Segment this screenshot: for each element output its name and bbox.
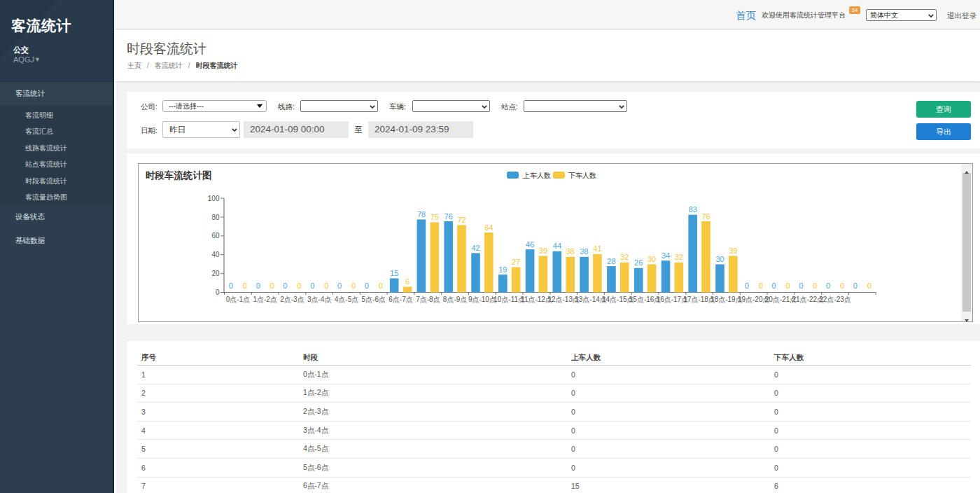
svg-text:41: 41 xyxy=(593,244,601,253)
svg-text:27: 27 xyxy=(512,258,520,266)
svg-text:75: 75 xyxy=(430,213,439,221)
svg-text:60: 60 xyxy=(211,232,220,239)
svg-text:72: 72 xyxy=(457,216,465,224)
svg-text:0: 0 xyxy=(745,282,749,290)
svg-text:0: 0 xyxy=(365,282,369,290)
svg-text:0: 0 xyxy=(297,282,301,290)
svg-text:32: 32 xyxy=(675,253,683,261)
svg-text:20: 20 xyxy=(211,270,220,277)
svg-text:39: 39 xyxy=(539,246,547,255)
svg-text:0: 0 xyxy=(216,289,220,296)
svg-text:76: 76 xyxy=(701,212,710,221)
svg-text:44: 44 xyxy=(553,242,561,250)
svg-text:26: 26 xyxy=(634,258,643,267)
svg-text:100: 100 xyxy=(208,195,220,202)
svg-text:28: 28 xyxy=(607,257,615,265)
svg-text:30: 30 xyxy=(715,255,724,263)
svg-text:0: 0 xyxy=(256,282,260,290)
svg-text:39: 39 xyxy=(729,246,737,255)
svg-text:83: 83 xyxy=(689,205,697,214)
svg-text:0点-1点: 0点-1点 xyxy=(226,296,250,303)
svg-text:34: 34 xyxy=(662,251,670,260)
svg-text:0: 0 xyxy=(771,282,776,290)
svg-text:80: 80 xyxy=(211,214,220,221)
svg-text:6: 6 xyxy=(405,277,410,286)
svg-text:78: 78 xyxy=(417,210,426,218)
svg-text:0: 0 xyxy=(853,282,858,290)
svg-text:2点-3点: 2点-3点 xyxy=(280,296,304,303)
svg-text:0: 0 xyxy=(840,282,844,290)
svg-text:42: 42 xyxy=(471,244,479,252)
svg-text:40: 40 xyxy=(211,251,220,258)
svg-text:15: 15 xyxy=(390,269,398,277)
svg-text:46: 46 xyxy=(526,240,534,249)
svg-text:5点-6点: 5点-6点 xyxy=(362,296,386,303)
svg-text:1点-2点: 1点-2点 xyxy=(253,296,276,303)
svg-text:9点-10点: 9点-10点 xyxy=(468,296,496,303)
svg-text:6点-7点: 6点-7点 xyxy=(388,296,412,303)
svg-text:30: 30 xyxy=(648,255,656,263)
svg-text:8点-9点: 8点-9点 xyxy=(443,296,467,303)
svg-text:7点-8点: 7点-8点 xyxy=(416,296,440,303)
svg-text:0: 0 xyxy=(759,282,763,290)
svg-text:0: 0 xyxy=(351,282,356,290)
svg-text:0: 0 xyxy=(813,282,817,290)
svg-text:0: 0 xyxy=(867,282,872,290)
svg-text:0: 0 xyxy=(283,282,287,290)
svg-text:38: 38 xyxy=(580,247,588,256)
svg-text:19: 19 xyxy=(498,265,507,274)
svg-text:0: 0 xyxy=(826,282,830,290)
svg-text:0: 0 xyxy=(379,282,383,290)
svg-text:32: 32 xyxy=(620,253,629,261)
svg-text:0: 0 xyxy=(270,282,274,290)
svg-text:0: 0 xyxy=(337,282,342,290)
svg-text:64: 64 xyxy=(484,223,493,232)
svg-text:4点-5点: 4点-5点 xyxy=(335,296,358,303)
svg-text:0: 0 xyxy=(324,282,328,290)
svg-text:0: 0 xyxy=(799,282,803,290)
svg-text:0: 0 xyxy=(229,282,233,290)
svg-text:0: 0 xyxy=(785,282,790,290)
svg-text:0: 0 xyxy=(310,282,314,290)
svg-text:76: 76 xyxy=(444,212,453,221)
svg-text:0: 0 xyxy=(243,282,247,290)
svg-text:3点-4点: 3点-4点 xyxy=(307,296,331,303)
svg-text:22点-23点: 22点-23点 xyxy=(819,296,851,303)
svg-text:38: 38 xyxy=(566,247,574,256)
